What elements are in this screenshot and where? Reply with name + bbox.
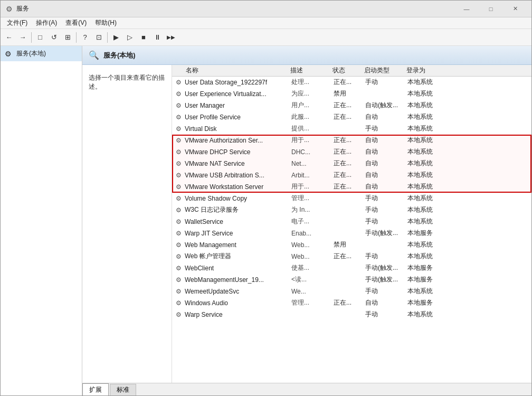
- sidebar-item-local[interactable]: 服务(本地): [1, 46, 82, 61]
- service-login: 本地系统: [407, 310, 450, 319]
- help-button[interactable]: ?: [79, 31, 91, 44]
- table-row[interactable]: VMware DHCP Service DHC... 正在... 自动 本地系统: [172, 146, 531, 158]
- table-row[interactable]: Windows Audio 管理... 正在... 自动 本地服务: [172, 297, 531, 309]
- service-status: 正在...: [334, 78, 365, 87]
- service-login: 本地服务: [407, 298, 450, 307]
- gear-icon: [5, 50, 13, 58]
- forward-button[interactable]: →: [16, 31, 29, 44]
- services-list[interactable]: User Data Storage_1922297f 处理... 正在... 手…: [172, 77, 531, 383]
- service-startup: 手动(触发...: [365, 275, 407, 284]
- service-name: Web 帐户管理器: [185, 252, 291, 261]
- minimize-button[interactable]: —: [454, 1, 479, 17]
- col-startup-header[interactable]: 启动类型: [364, 66, 406, 75]
- menu-action[interactable]: 操作(A): [32, 17, 61, 29]
- col-name-header[interactable]: 名称: [174, 66, 290, 75]
- service-desc: 管理...: [291, 298, 334, 307]
- table-row[interactable]: Warp JIT Service Enab... 手动(触发... 本地服务: [172, 228, 531, 239]
- toolbar: ← → □ ↺ ⊞ ? ⊡ ▶ ▷ ■ ⏸ ▶▶: [1, 29, 531, 46]
- service-name: W3C 日志记录服务: [185, 205, 291, 214]
- service-icon: [174, 264, 183, 272]
- panel-header-title: 服务(本地): [103, 51, 136, 60]
- service-startup: 手动: [365, 252, 407, 261]
- table-row[interactable]: Warp Service 手动 本地系统: [172, 309, 531, 320]
- play-button[interactable]: ▶: [110, 31, 122, 44]
- service-status: 正在...: [334, 159, 365, 168]
- play-next-button[interactable]: ▷: [124, 31, 136, 44]
- service-login: 本地系统: [407, 136, 450, 145]
- sidebar: 服务(本地): [1, 46, 82, 395]
- menu-view[interactable]: 查看(V): [61, 17, 91, 29]
- service-name: Warp Service: [185, 311, 291, 318]
- skip-button[interactable]: ▶▶: [165, 31, 177, 44]
- col-status-header[interactable]: 状态: [332, 66, 364, 75]
- table-row[interactable]: VMware Workstation Server 用于... 正在... 自动…: [172, 181, 531, 193]
- table-row[interactable]: WebClient 使基... 手动(触发... 本地服务: [172, 262, 531, 274]
- close-button[interactable]: ✕: [503, 1, 527, 17]
- service-status: 禁用: [334, 240, 365, 249]
- table-row[interactable]: User Data Storage_1922297f 处理... 正在... 手…: [172, 77, 531, 88]
- service-desc: DHC...: [291, 148, 334, 156]
- table-row[interactable]: W3C 日志记录服务 为 In... 手动 本地系统: [172, 204, 531, 216]
- service-desc: <读...: [291, 275, 334, 284]
- refresh-button[interactable]: ↺: [48, 31, 60, 44]
- column-headers: 名称 描述 状态 启动类型 登录为: [172, 65, 531, 77]
- service-name: Warp JIT Service: [185, 230, 291, 237]
- col-login-header[interactable]: 登录为: [406, 66, 449, 75]
- show-hide-button[interactable]: □: [34, 31, 46, 44]
- service-startup: 自动: [365, 136, 407, 145]
- service-login: 本地系统: [407, 124, 450, 133]
- service-status: 正在...: [334, 112, 365, 121]
- service-login: 本地系统: [407, 89, 450, 98]
- table-row[interactable]: VMware NAT Service Net... 正在... 自动 本地系统: [172, 158, 531, 169]
- service-desc: 为 In...: [291, 205, 334, 214]
- table-row[interactable]: Volume Shadow Copy 管理... 手动 本地系统: [172, 193, 531, 204]
- service-desc: 处理...: [291, 78, 334, 87]
- pause-button[interactable]: ⏸: [151, 31, 164, 44]
- service-startup: 手动: [365, 205, 407, 214]
- table-row[interactable]: WalletService 电子... 手动 本地系统: [172, 216, 531, 228]
- title-bar: ⚙ 服务 — □ ✕: [1, 1, 531, 17]
- service-startup: 手动: [365, 310, 407, 319]
- service-icon: [174, 194, 183, 203]
- service-icon: [174, 171, 183, 180]
- menu-help[interactable]: 帮助(H): [91, 17, 121, 29]
- service-name: WemeetUpdateSvc: [185, 288, 291, 295]
- tab-expand[interactable]: 扩展: [82, 383, 109, 395]
- service-login: 本地系统: [407, 287, 450, 296]
- maximize-button[interactable]: □: [479, 1, 503, 17]
- service-desc: Net...: [291, 160, 334, 167]
- service-status: 禁用: [334, 89, 365, 98]
- expand-button[interactable]: ⊞: [61, 31, 74, 44]
- table-row[interactable]: VMware USB Arbitration S... Arbit... 正在.…: [172, 169, 531, 181]
- table-row[interactable]: WebManagementUser_19... <读... 手动(触发... 本…: [172, 274, 531, 286]
- service-startup: 手动: [365, 287, 407, 296]
- service-desc: Web...: [291, 241, 334, 249]
- stop-button[interactable]: ■: [137, 31, 150, 44]
- service-name: Volume Shadow Copy: [185, 195, 291, 202]
- window-controls: — □ ✕: [454, 1, 527, 17]
- service-desc: 用于...: [291, 136, 334, 145]
- table-row[interactable]: WemeetUpdateSvc We... 手动 本地系统: [172, 286, 531, 297]
- table-row[interactable]: Virtual Disk 提供... 手动 本地系统: [172, 123, 531, 135]
- service-startup: 自动: [365, 147, 407, 156]
- service-icon: [174, 101, 183, 110]
- service-login: 本地系统: [407, 101, 450, 110]
- service-name: User Manager: [185, 102, 291, 109]
- table-row[interactable]: Web 帐户管理器 Web... 正在... 手动 本地系统: [172, 251, 531, 262]
- table-row[interactable]: Web Management Web... 禁用 本地系统: [172, 239, 531, 251]
- table-row[interactable]: User Profile Service 此服... 正在... 自动 本地系统: [172, 111, 531, 123]
- col-desc-header[interactable]: 描述: [290, 66, 332, 75]
- table-row[interactable]: User Experience Virtualizat... 为应... 禁用 …: [172, 88, 531, 100]
- service-login: 本地系统: [407, 171, 450, 180]
- service-status: 正在...: [334, 298, 365, 307]
- table-row[interactable]: VMware Authorization Ser... 用于... 正在... …: [172, 135, 531, 146]
- sep2: [76, 32, 77, 43]
- properties-button[interactable]: ⊡: [92, 31, 105, 44]
- table-row[interactable]: User Manager 用户... 正在... 自动(触发... 本地系统: [172, 100, 531, 111]
- service-login: 本地系统: [407, 182, 450, 191]
- tab-standard[interactable]: 标准: [110, 384, 136, 395]
- menu-bar: 文件(F) 操作(A) 查看(V) 帮助(H): [1, 17, 531, 29]
- service-desc: 使基...: [291, 263, 334, 272]
- back-button[interactable]: ←: [3, 31, 15, 44]
- menu-file[interactable]: 文件(F): [3, 17, 32, 29]
